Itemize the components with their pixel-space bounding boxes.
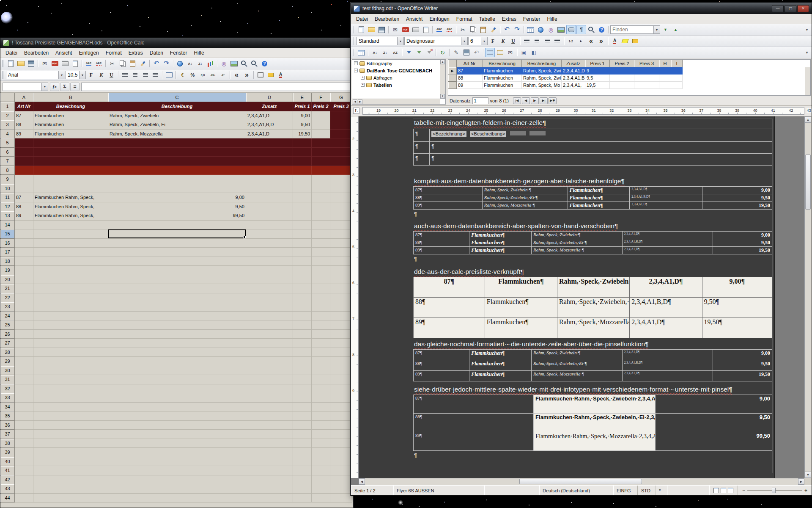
close-button[interactable]: ✕ xyxy=(797,5,809,12)
zoom-in-icon[interactable]: + xyxy=(804,488,807,494)
cell-F5[interactable] xyxy=(312,138,330,148)
doc-table-cell[interactable]: 9,00 xyxy=(713,232,772,239)
navigator-icon[interactable] xyxy=(546,25,556,34)
doc-table-cell[interactable]: Flammkuchen¶ xyxy=(568,194,630,202)
cell-A30[interactable] xyxy=(15,366,33,375)
cell-C43[interactable] xyxy=(108,484,246,494)
cell-F19[interactable] xyxy=(312,266,330,275)
cell-D37[interactable] xyxy=(246,430,293,439)
standard-filter-icon[interactable] xyxy=(414,48,424,57)
row-header-32[interactable]: 32 xyxy=(0,384,15,394)
cell-D14[interactable] xyxy=(246,221,293,230)
cell-A42[interactable] xyxy=(15,475,33,485)
autofilter-icon[interactable] xyxy=(404,48,414,57)
sort-icon[interactable] xyxy=(390,48,400,57)
doc-table-cell[interactable]: Flammkuchen¶ xyxy=(485,277,557,298)
find-next-icon[interactable] xyxy=(661,25,670,34)
refresh-icon[interactable] xyxy=(438,48,447,57)
cell-C13[interactable]: 99,50 xyxy=(108,211,246,221)
cell-G3[interactable] xyxy=(330,120,352,130)
cell-C39[interactable] xyxy=(108,448,246,457)
align-left-icon[interactable] xyxy=(120,70,130,80)
table-icon[interactable] xyxy=(526,25,535,34)
cell-B33[interactable] xyxy=(33,393,108,403)
cell-B38[interactable] xyxy=(33,439,108,448)
help-icon[interactable] xyxy=(260,59,269,68)
doc-table-cell[interactable]: Flammkuchen¶ xyxy=(568,202,630,210)
doc-table-cell[interactable]: 88¶ xyxy=(414,194,483,202)
row-header-7[interactable]: 7 xyxy=(0,157,15,166)
cell-A14[interactable] xyxy=(15,221,33,230)
cell-E3[interactable]: 9,50 xyxy=(293,120,312,130)
horizontal-scrollbar[interactable]: ◀ ▶ xyxy=(359,478,804,485)
cell-F15[interactable] xyxy=(312,229,330,239)
italic-icon[interactable] xyxy=(498,36,508,46)
column-header-D[interactable]: D xyxy=(246,93,293,102)
row-header-44[interactable]: 44 xyxy=(0,494,15,503)
print-icon[interactable] xyxy=(411,25,420,34)
db-column-header-art-nr[interactable]: Art Nr xyxy=(457,60,483,67)
cell-E34[interactable] xyxy=(293,403,312,412)
table-cell[interactable]: ¶ xyxy=(430,142,772,154)
cell-A8[interactable] xyxy=(15,166,33,175)
cell-C19[interactable] xyxy=(108,266,246,275)
cell-F6[interactable] xyxy=(312,148,330,157)
column-header-F[interactable]: F xyxy=(312,93,330,102)
cell-F44[interactable] xyxy=(312,494,330,503)
cell-G37[interactable] xyxy=(330,430,352,439)
format-paintbrush-icon[interactable] xyxy=(488,25,498,34)
save-icon[interactable] xyxy=(26,59,36,68)
cell-B44[interactable] xyxy=(33,494,108,503)
doc-table-cell[interactable]: Rahm,·Speck,·Zwiebeln·¶ xyxy=(531,350,622,360)
cell-G39[interactable] xyxy=(330,448,352,457)
cell-D16[interactable] xyxy=(246,239,293,248)
cell-F32[interactable] xyxy=(312,384,330,394)
doc-table-cell[interactable]: Rahm,·Speck,·Zwiebeln,·Ei¶ xyxy=(557,298,630,318)
cell-D25[interactable] xyxy=(246,320,293,330)
cell-B18[interactable] xyxy=(33,257,108,266)
row-header-39[interactable]: 39 xyxy=(0,448,15,457)
db-cell[interactable] xyxy=(610,67,634,75)
db-cell[interactable]: 2,3,4,A1,D xyxy=(562,67,585,75)
align-right-icon[interactable] xyxy=(140,70,150,80)
row-header-25[interactable]: 25 xyxy=(0,320,15,330)
cell-D7[interactable] xyxy=(246,157,293,166)
doc-table-cell[interactable]: Flammkuchen¶ xyxy=(469,360,532,371)
copy-icon[interactable] xyxy=(118,59,127,68)
cell-B1[interactable]: Bezeichnung xyxy=(33,102,108,111)
cell-B14[interactable] xyxy=(33,221,108,230)
cell-D26[interactable] xyxy=(246,330,293,339)
db-cell[interactable]: Rahm, Speck, Zwi xyxy=(522,75,562,82)
column-header-G[interactable]: G xyxy=(330,93,352,102)
cell-B5[interactable] xyxy=(33,138,108,148)
menu-format[interactable]: Format xyxy=(453,15,476,23)
row-header-28[interactable]: 28 xyxy=(0,348,15,357)
cell-F23[interactable] xyxy=(312,302,330,312)
chevron-down-icon[interactable]: ▼ xyxy=(481,37,487,45)
cell-A10[interactable] xyxy=(15,184,33,193)
cell-D30[interactable] xyxy=(246,366,293,375)
row-header-13[interactable]: 13 xyxy=(0,211,15,221)
numbering-icon[interactable] xyxy=(566,36,576,46)
cell-F25[interactable] xyxy=(312,320,330,330)
cell-G18[interactable] xyxy=(330,257,352,266)
doc-table-cell[interactable]: 88¶ xyxy=(414,414,534,432)
find-combo[interactable]: Finden▼ xyxy=(610,25,660,34)
row-header-22[interactable]: 22 xyxy=(0,293,15,303)
cell-E23[interactable] xyxy=(293,302,312,312)
cell-F2[interactable] xyxy=(312,111,330,121)
toolbar-grip[interactable] xyxy=(353,37,355,45)
row-header-42[interactable]: 42 xyxy=(0,475,15,485)
doc-table-cell[interactable]: 9,50 xyxy=(656,414,772,432)
cell-B26[interactable] xyxy=(33,330,108,339)
cell-G35[interactable] xyxy=(330,411,352,421)
row-selector-header[interactable] xyxy=(448,60,457,67)
cell-E25[interactable] xyxy=(293,320,312,330)
row-header-10[interactable]: 10 xyxy=(0,184,15,193)
doc-table-cell[interactable]: Rahm,·Speck,·Mozzarella·¶ xyxy=(482,202,568,210)
status-page-style[interactable]: Flyer 6S AUSSEN xyxy=(393,486,484,495)
row-header-15[interactable]: 15 xyxy=(0,229,15,239)
cell-E44[interactable] xyxy=(293,494,312,503)
new-record-button[interactable]: ▶✱ xyxy=(549,97,557,104)
cell-A28[interactable] xyxy=(15,348,33,357)
